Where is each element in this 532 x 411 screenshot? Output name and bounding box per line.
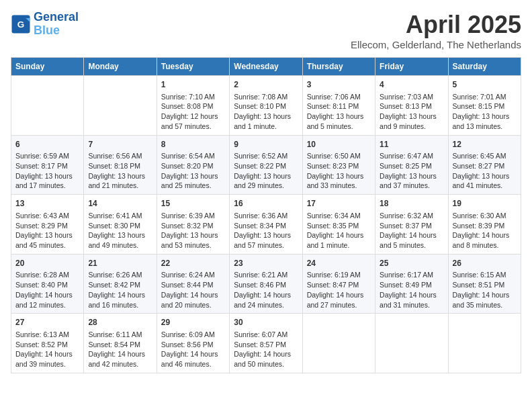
day-number: 9 [234, 139, 298, 150]
day-info: Sunrise: 6:34 AM Sunset: 8:35 PM Dayligh… [307, 211, 371, 250]
day-info: Sunrise: 6:36 AM Sunset: 8:34 PM Dayligh… [234, 211, 298, 250]
day-number: 30 [234, 317, 298, 328]
calendar-day-cell: 1Sunrise: 7:10 AM Sunset: 8:08 PM Daylig… [157, 76, 229, 136]
day-number: 19 [453, 198, 517, 210]
weekday-header-row: SundayMondayTuesdayWednesdayThursdayFrid… [11, 58, 521, 76]
calendar-day-cell: 26Sunrise: 6:15 AM Sunset: 8:51 PM Dayli… [448, 254, 521, 314]
day-number: 16 [234, 198, 298, 210]
calendar-day-cell [448, 314, 521, 373]
day-info: Sunrise: 6:30 AM Sunset: 8:39 PM Dayligh… [453, 211, 517, 250]
day-number: 27 [15, 317, 79, 328]
calendar-body: 1Sunrise: 7:10 AM Sunset: 8:08 PM Daylig… [11, 76, 521, 373]
page-header: G GeneralBlue April 2025 Ellecom, Gelder… [11, 11, 521, 50]
day-number: 4 [380, 79, 443, 91]
calendar-day-cell: 11Sunrise: 6:47 AM Sunset: 8:25 PM Dayli… [375, 135, 448, 195]
calendar-day-cell [302, 314, 375, 373]
day-info: Sunrise: 6:50 AM Sunset: 8:23 PM Dayligh… [307, 151, 371, 191]
calendar-day-cell: 20Sunrise: 6:28 AM Sunset: 8:40 PM Dayli… [11, 254, 84, 314]
weekday-header-cell: Sunday [11, 58, 84, 76]
calendar-day-cell: 19Sunrise: 6:30 AM Sunset: 8:39 PM Dayli… [448, 195, 521, 255]
calendar-week-row: 20Sunrise: 6:28 AM Sunset: 8:40 PM Dayli… [11, 254, 521, 314]
calendar-day-cell: 9Sunrise: 6:52 AM Sunset: 8:22 PM Daylig… [230, 135, 302, 195]
day-number: 11 [380, 139, 443, 150]
day-number: 15 [161, 198, 225, 210]
calendar-day-cell: 28Sunrise: 6:11 AM Sunset: 8:54 PM Dayli… [84, 314, 157, 373]
day-info: Sunrise: 6:43 AM Sunset: 8:29 PM Dayligh… [15, 211, 79, 250]
calendar-day-cell: 18Sunrise: 6:32 AM Sunset: 8:37 PM Dayli… [375, 195, 448, 255]
calendar-day-cell [84, 76, 157, 136]
day-info: Sunrise: 6:21 AM Sunset: 8:46 PM Dayligh… [234, 270, 298, 310]
day-number: 18 [380, 198, 443, 210]
day-info: Sunrise: 7:10 AM Sunset: 8:08 PM Dayligh… [161, 92, 225, 132]
calendar-day-cell: 12Sunrise: 6:45 AM Sunset: 8:27 PM Dayli… [448, 135, 521, 195]
day-number: 21 [88, 258, 152, 269]
day-number: 6 [15, 139, 79, 150]
calendar-day-cell: 29Sunrise: 6:09 AM Sunset: 8:56 PM Dayli… [157, 314, 229, 373]
calendar-day-cell: 25Sunrise: 6:17 AM Sunset: 8:49 PM Dayli… [375, 254, 448, 314]
day-info: Sunrise: 6:07 AM Sunset: 8:57 PM Dayligh… [234, 330, 298, 369]
calendar-day-cell: 4Sunrise: 7:03 AM Sunset: 8:13 PM Daylig… [375, 76, 448, 136]
svg-text:G: G [17, 19, 25, 29]
calendar-day-cell [11, 76, 84, 136]
day-info: Sunrise: 7:06 AM Sunset: 8:11 PM Dayligh… [307, 92, 371, 132]
day-info: Sunrise: 6:45 AM Sunset: 8:27 PM Dayligh… [453, 151, 517, 191]
day-info: Sunrise: 6:13 AM Sunset: 8:52 PM Dayligh… [15, 330, 79, 369]
calendar-day-cell: 5Sunrise: 7:01 AM Sunset: 8:15 PM Daylig… [448, 76, 521, 136]
day-number: 1 [161, 79, 225, 91]
calendar-day-cell: 30Sunrise: 6:07 AM Sunset: 8:57 PM Dayli… [230, 314, 302, 373]
calendar-week-row: 13Sunrise: 6:43 AM Sunset: 8:29 PM Dayli… [11, 195, 521, 255]
day-info: Sunrise: 6:26 AM Sunset: 8:42 PM Dayligh… [88, 270, 152, 310]
calendar-day-cell: 7Sunrise: 6:56 AM Sunset: 8:18 PM Daylig… [84, 135, 157, 195]
day-info: Sunrise: 6:32 AM Sunset: 8:37 PM Dayligh… [380, 211, 443, 250]
calendar-week-row: 6Sunrise: 6:59 AM Sunset: 8:17 PM Daylig… [11, 135, 521, 195]
day-info: Sunrise: 6:59 AM Sunset: 8:17 PM Dayligh… [15, 151, 79, 191]
day-number: 26 [453, 258, 517, 269]
calendar-day-cell [375, 314, 448, 373]
logo: G GeneralBlue [11, 11, 79, 38]
calendar-day-cell: 14Sunrise: 6:41 AM Sunset: 8:30 PM Dayli… [84, 195, 157, 255]
logo-icon: G [11, 14, 31, 34]
day-info: Sunrise: 7:03 AM Sunset: 8:13 PM Dayligh… [380, 92, 443, 132]
calendar-day-cell: 21Sunrise: 6:26 AM Sunset: 8:42 PM Dayli… [84, 254, 157, 314]
day-info: Sunrise: 6:56 AM Sunset: 8:18 PM Dayligh… [88, 151, 152, 191]
calendar-day-cell: 15Sunrise: 6:39 AM Sunset: 8:32 PM Dayli… [157, 195, 229, 255]
calendar-day-cell: 3Sunrise: 7:06 AM Sunset: 8:11 PM Daylig… [302, 76, 375, 136]
day-info: Sunrise: 7:08 AM Sunset: 8:10 PM Dayligh… [234, 92, 298, 132]
day-info: Sunrise: 6:17 AM Sunset: 8:49 PM Dayligh… [380, 270, 443, 310]
day-info: Sunrise: 6:54 AM Sunset: 8:20 PM Dayligh… [161, 151, 225, 191]
calendar-week-row: 27Sunrise: 6:13 AM Sunset: 8:52 PM Dayli… [11, 314, 521, 373]
weekday-header-cell: Saturday [448, 58, 521, 76]
day-info: Sunrise: 6:47 AM Sunset: 8:25 PM Dayligh… [380, 151, 443, 191]
day-info: Sunrise: 6:41 AM Sunset: 8:30 PM Dayligh… [88, 211, 152, 250]
calendar-day-cell: 8Sunrise: 6:54 AM Sunset: 8:20 PM Daylig… [157, 135, 229, 195]
day-number: 10 [307, 139, 371, 150]
calendar-week-row: 1Sunrise: 7:10 AM Sunset: 8:08 PM Daylig… [11, 76, 521, 136]
calendar-day-cell: 16Sunrise: 6:36 AM Sunset: 8:34 PM Dayli… [230, 195, 302, 255]
day-number: 12 [453, 139, 517, 150]
calendar-day-cell: 13Sunrise: 6:43 AM Sunset: 8:29 PM Dayli… [11, 195, 84, 255]
day-number: 25 [380, 258, 443, 269]
calendar-day-cell: 6Sunrise: 6:59 AM Sunset: 8:17 PM Daylig… [11, 135, 84, 195]
day-info: Sunrise: 6:28 AM Sunset: 8:40 PM Dayligh… [15, 270, 79, 310]
day-number: 22 [161, 258, 225, 269]
day-number: 13 [15, 198, 79, 210]
day-number: 28 [88, 317, 152, 328]
calendar-day-cell: 22Sunrise: 6:24 AM Sunset: 8:44 PM Dayli… [157, 254, 229, 314]
day-info: Sunrise: 6:19 AM Sunset: 8:47 PM Dayligh… [307, 270, 371, 310]
calendar-day-cell: 23Sunrise: 6:21 AM Sunset: 8:46 PM Dayli… [230, 254, 302, 314]
calendar-title: April 2025 [351, 11, 521, 39]
day-number: 20 [15, 258, 79, 269]
day-info: Sunrise: 6:39 AM Sunset: 8:32 PM Dayligh… [161, 211, 225, 250]
weekday-header-cell: Friday [375, 58, 448, 76]
calendar-day-cell: 24Sunrise: 6:19 AM Sunset: 8:47 PM Dayli… [302, 254, 375, 314]
day-number: 2 [234, 79, 298, 91]
calendar-table: SundayMondayTuesdayWednesdayThursdayFrid… [11, 57, 521, 373]
day-number: 17 [307, 198, 371, 210]
day-number: 29 [161, 317, 225, 328]
weekday-header-cell: Thursday [302, 58, 375, 76]
weekday-header-cell: Wednesday [230, 58, 302, 76]
day-number: 5 [453, 79, 517, 91]
weekday-header-cell: Monday [84, 58, 157, 76]
day-info: Sunrise: 6:24 AM Sunset: 8:44 PM Dayligh… [161, 270, 225, 310]
day-number: 3 [307, 79, 371, 91]
